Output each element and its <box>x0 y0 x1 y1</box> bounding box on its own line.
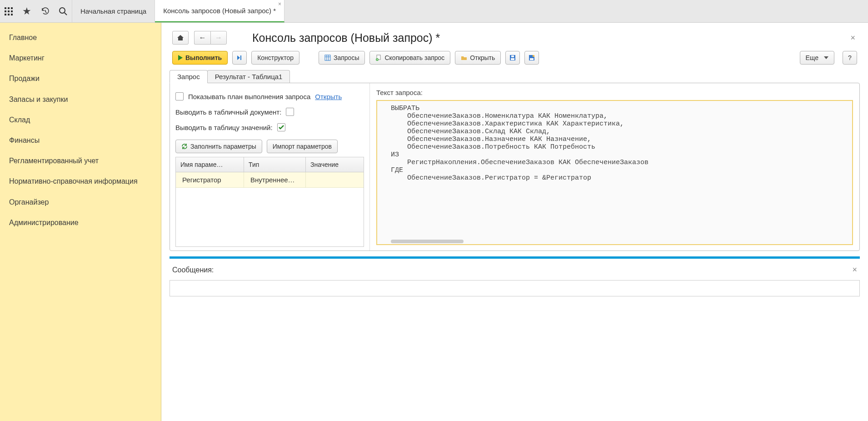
table-icon <box>324 55 331 61</box>
star-icon[interactable]: ★ <box>22 6 32 16</box>
show-plan-row: Показывать план выполнения запроса Откры… <box>175 89 364 104</box>
import-params-button[interactable]: Импорт параметров <box>267 140 338 153</box>
tab-start-page[interactable]: Начальная страница <box>72 0 155 22</box>
tab-query-console[interactable]: Консоль запросов (Новый запрос) * × <box>155 0 284 22</box>
query-text-label: Текст запроса: <box>376 89 853 96</box>
more-button[interactable]: Еще <box>800 51 835 65</box>
svg-rect-20 <box>511 55 514 57</box>
show-plan-label: Показывать план выполнения запроса <box>188 93 310 100</box>
svg-rect-7 <box>8 14 10 15</box>
show-plan-checkbox[interactable] <box>175 92 184 100</box>
tab-label: Консоль запросов (Новый запрос) * <box>163 7 276 15</box>
help-button[interactable]: ? <box>843 51 857 65</box>
apps-icon[interactable] <box>4 6 14 16</box>
history-icon[interactable] <box>40 6 50 16</box>
queries-label: Запросы <box>334 54 359 61</box>
top-toolbar: ★ Начальная страница Консоль запросов (Н… <box>0 0 868 23</box>
copy-query-button[interactable]: Скопировать запрос <box>369 51 450 65</box>
svg-rect-5 <box>11 10 13 12</box>
svg-rect-11 <box>240 55 241 60</box>
help-label: ? <box>848 54 852 61</box>
folder-icon <box>461 55 467 61</box>
sidebar-item-regulated[interactable]: Регламентированный учет <box>0 150 161 171</box>
subtab-result[interactable]: Результат - Таблица1 <box>207 70 290 83</box>
output-doc-label: Выводить в табличный документ: <box>175 108 281 116</box>
copy-icon <box>375 55 382 61</box>
query-text-body: ВЫБРАТЬ ОбеспечениеЗаказов.Номенклатура … <box>391 105 649 182</box>
sidebar-item-marketing[interactable]: Маркетинг <box>0 48 161 68</box>
page-close-icon[interactable]: × <box>850 33 857 43</box>
save-button[interactable] <box>505 51 520 65</box>
output-table-row: Выводить в таблицу значений: <box>175 120 364 135</box>
h-scrollbar[interactable] <box>391 240 464 243</box>
output-table-checkbox[interactable] <box>277 123 285 131</box>
forward-button[interactable]: → <box>210 31 227 45</box>
splitter[interactable] <box>170 256 860 259</box>
output-doc-row: Выводить в табличный документ: <box>175 104 364 120</box>
diskette-alt-icon <box>529 55 535 61</box>
fill-params-label: Заполнить параметры <box>190 143 256 150</box>
sidebar-item-sales[interactable]: Продажи <box>0 68 161 89</box>
play-icon <box>178 55 183 60</box>
sidebar-item-purchasing[interactable]: Запасы и закупки <box>0 89 161 110</box>
execute-button[interactable]: Выполнить <box>172 51 228 65</box>
main-area: ← → Консоль запросов (Новый запрос) * × … <box>161 23 868 421</box>
svg-rect-0 <box>5 7 6 9</box>
close-icon[interactable]: × <box>278 1 281 7</box>
constructor-button[interactable]: Конструктор <box>251 51 299 65</box>
more-label: Еще <box>806 54 819 61</box>
save-as-button[interactable] <box>524 51 539 65</box>
svg-rect-4 <box>8 10 10 12</box>
execute-label: Выполнить <box>185 54 222 61</box>
back-button[interactable]: ← <box>194 31 210 45</box>
param-buttons: Заполнить параметры Импорт параметров <box>175 135 364 157</box>
step-button[interactable] <box>232 51 247 65</box>
messages-header: Сообщения: × <box>161 262 868 277</box>
messages-close-icon[interactable]: × <box>852 265 857 275</box>
svg-rect-2 <box>11 7 13 9</box>
sidebar-item-organizer[interactable]: Органайзер <box>0 192 161 212</box>
open-plan-link[interactable]: Открыть <box>315 93 342 100</box>
sidebar-item-admin[interactable]: Администрирование <box>0 212 161 233</box>
param-name-cell[interactable]: Регистратор <box>176 172 244 187</box>
open-button[interactable]: Открыть <box>455 51 501 65</box>
param-table-body: Регистратор Внутреннее… <box>176 172 364 246</box>
sidebar-item-finance[interactable]: Финансы <box>0 130 161 150</box>
query-text-editor[interactable]: ВЫБРАТЬ ОбеспечениеЗаказов.Номенклатура … <box>376 100 853 245</box>
import-params-label: Импорт параметров <box>273 143 332 150</box>
fill-params-button[interactable]: Заполнить параметры <box>175 140 262 153</box>
param-col-type[interactable]: Тип <box>244 157 306 172</box>
table-row[interactable]: Регистратор Внутреннее… <box>176 172 364 188</box>
left-panel: Показывать план выполнения запроса Откры… <box>170 83 370 251</box>
param-col-value[interactable]: Значение <box>306 157 364 172</box>
right-panel: Текст запроса: ВЫБРАТЬ ОбеспечениеЗаказо… <box>370 83 859 251</box>
queries-button[interactable]: Запросы <box>319 51 365 65</box>
search-icon[interactable] <box>58 6 68 16</box>
copy-query-label: Скопировать запрос <box>384 54 444 61</box>
svg-line-10 <box>65 13 67 15</box>
svg-rect-22 <box>530 58 534 60</box>
output-table-label: Выводить в таблицу значений: <box>175 124 273 131</box>
svg-rect-8 <box>11 14 13 15</box>
home-button[interactable] <box>172 31 189 45</box>
header-row: ← → Консоль запросов (Новый запрос) * × <box>161 23 868 49</box>
output-doc-checkbox[interactable] <box>286 108 294 116</box>
top-icon-group: ★ <box>0 0 72 22</box>
subtab-query[interactable]: Запрос <box>170 70 208 83</box>
param-type-cell[interactable]: Внутреннее… <box>244 172 306 187</box>
svg-rect-6 <box>5 14 6 15</box>
open-label: Открыть <box>470 54 495 61</box>
sidebar-item-reference[interactable]: Нормативно-справочная информация <box>0 171 161 191</box>
messages-area[interactable] <box>170 280 860 296</box>
sidebar-item-warehouse[interactable]: Склад <box>0 110 161 130</box>
param-col-name[interactable]: Имя параме… <box>176 157 244 172</box>
param-value-cell[interactable] <box>306 172 364 187</box>
svg-rect-23 <box>533 55 534 57</box>
subtabs: Запрос Результат - Таблица1 <box>161 70 868 83</box>
svg-point-9 <box>60 8 65 13</box>
action-toolbar: Выполнить Конструктор Запросы Скопироват… <box>161 49 868 70</box>
refresh-icon <box>181 143 188 150</box>
sidebar-item-main[interactable]: Главное <box>0 27 161 48</box>
query-panel: Показывать план выполнения запроса Откры… <box>170 83 860 251</box>
chevron-down-icon <box>824 56 828 59</box>
